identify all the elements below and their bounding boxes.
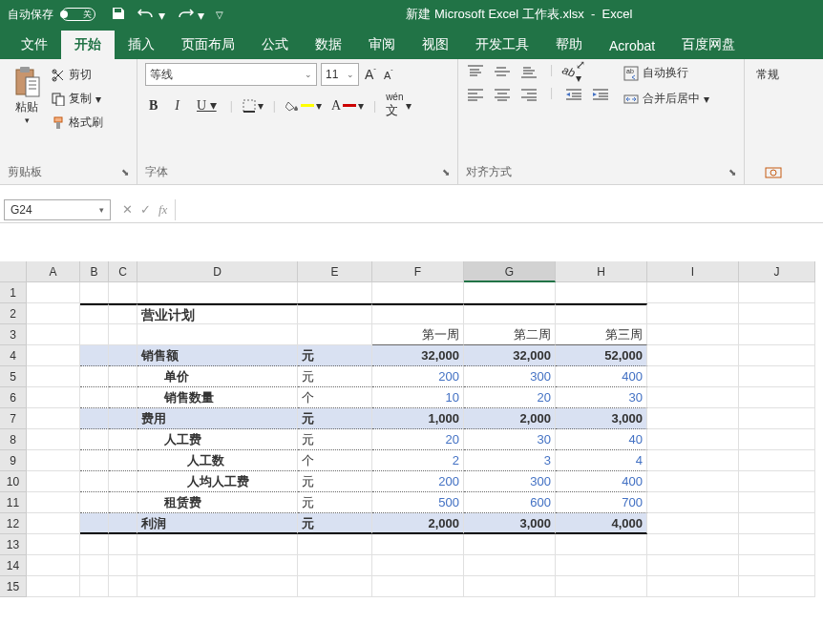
cell[interactable] [27,450,80,471]
cell[interactable] [27,534,80,555]
cell[interactable]: 300 [464,471,556,492]
align-top-button[interactable] [466,63,485,80]
cell[interactable] [739,492,815,513]
cell[interactable]: 52,000 [556,345,647,366]
cell[interactable] [647,303,739,324]
row-header-7[interactable]: 7 [0,408,27,429]
number-format-dropdown[interactable]: 常规 [752,63,792,87]
cell[interactable]: 4 [556,450,647,471]
format-painter-button[interactable]: 格式刷 [50,113,105,133]
cell[interactable] [109,534,137,555]
cell[interactable]: 10 [372,387,464,408]
cell[interactable] [739,555,815,576]
enter-formula-icon[interactable]: ✓ [140,202,151,217]
cell[interactable] [27,492,80,513]
cancel-formula-icon[interactable]: ✕ [122,202,133,217]
cell[interactable] [27,513,80,534]
increase-indent-button[interactable] [591,86,610,103]
cell[interactable]: 200 [372,471,464,492]
decrease-font-icon[interactable]: Aˇ [382,67,395,83]
cell[interactable] [27,555,80,576]
row-header-8[interactable]: 8 [0,429,27,450]
cell[interactable] [739,303,815,324]
cell[interactable]: 32,000 [372,345,464,366]
copy-button[interactable]: 复制 ▾ [50,89,105,109]
cell[interactable] [298,555,372,576]
cell[interactable] [647,513,739,534]
phonetic-button[interactable]: wén文 ▾ [386,92,411,119]
col-header-H[interactable]: H [556,261,647,282]
cell[interactable] [739,576,815,597]
tab-页面布局[interactable]: 页面布局 [168,31,248,59]
cell[interactable] [109,303,137,324]
cell[interactable]: 2,000 [372,513,464,534]
align-middle-button[interactable] [493,63,512,80]
cell[interactable] [647,429,739,450]
cell[interactable] [556,576,647,597]
row-header-3[interactable]: 3 [0,324,27,345]
cell[interactable] [80,429,109,450]
font-color-button[interactable]: A ▾ [331,98,364,114]
tab-数据[interactable]: 数据 [302,31,355,59]
tab-开发工具[interactable]: 开发工具 [462,31,542,59]
row-header-2[interactable]: 2 [0,303,27,324]
cell[interactable]: 40 [556,429,647,450]
tab-审阅[interactable]: 审阅 [355,31,409,59]
cell[interactable] [372,303,464,324]
cell[interactable] [80,345,109,366]
cell[interactable] [109,429,137,450]
cell[interactable] [647,408,739,429]
font-size-dropdown[interactable]: 11⌄ [321,63,359,86]
italic-button[interactable]: I [171,96,183,115]
cell[interactable] [137,282,298,303]
cell[interactable] [80,576,109,597]
cell[interactable] [80,366,109,387]
cell[interactable] [80,534,109,555]
cell[interactable]: 400 [556,471,647,492]
cell[interactable] [556,282,647,303]
cut-button[interactable]: 剪切 [50,65,105,85]
cell[interactable] [464,303,556,324]
cell[interactable] [109,345,137,366]
increase-font-icon[interactable]: Aˆ [363,65,378,84]
col-header-A[interactable]: A [27,261,80,282]
cell[interactable] [109,408,137,429]
cell[interactable]: 4,000 [556,513,647,534]
cell[interactable] [372,555,464,576]
cell[interactable] [109,471,137,492]
decrease-indent-button[interactable] [564,86,583,103]
tab-百度网盘[interactable]: 百度网盘 [668,31,749,59]
row-header-10[interactable]: 10 [0,471,27,492]
cell[interactable] [109,555,137,576]
qat-customize-icon[interactable]: ▽ [216,10,223,20]
cell[interactable]: 销售额 [137,345,298,366]
border-button[interactable]: ▾ [243,99,264,113]
align-right-button[interactable] [519,86,538,103]
cell[interactable] [647,576,739,597]
cell[interactable]: 元 [298,345,372,366]
cell[interactable]: 2 [372,450,464,471]
tab-公式[interactable]: 公式 [248,31,302,59]
cell[interactable] [739,534,815,555]
row-header-9[interactable]: 9 [0,450,27,471]
cell[interactable] [298,534,372,555]
col-header-B[interactable]: B [80,261,109,282]
cell[interactable] [739,366,815,387]
redo-icon[interactable]: ▾ [177,7,204,23]
cell[interactable]: 租赁费 [137,492,298,513]
cell[interactable] [647,492,739,513]
cell[interactable]: 200 [372,366,464,387]
cell[interactable] [298,282,372,303]
cell[interactable] [464,282,556,303]
cell[interactable] [647,534,739,555]
cell[interactable]: 营业计划 [137,303,298,324]
cell[interactable] [556,303,647,324]
cell[interactable]: 个 [298,450,372,471]
cell[interactable]: 第三周 [556,324,647,345]
cell[interactable] [372,576,464,597]
select-all-corner[interactable] [0,261,27,282]
cell[interactable]: 3,000 [464,513,556,534]
cell[interactable] [80,408,109,429]
cell[interactable] [739,471,815,492]
cell-grid[interactable]: 营业计划第一周第二周第三周销售额元32,00032,00052,000单价元20… [27,282,815,597]
